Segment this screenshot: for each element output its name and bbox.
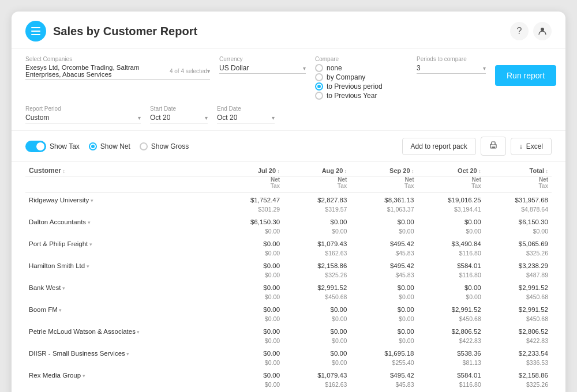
compare-filter: Compare none by Company to Previous peri… xyxy=(315,56,407,100)
compare-prev-period-radio[interactable] xyxy=(315,82,323,91)
end-date-select[interactable]: Oct 20 ▾ xyxy=(217,114,275,123)
report-period-select[interactable]: Custom ▾ xyxy=(25,114,141,123)
companies-select[interactable]: Exesys Ltd, Orcombe Trading, Saltram Ent… xyxy=(25,64,210,80)
customer-name[interactable]: Dalton Accountants xyxy=(25,215,223,227)
table-body: Ridgeway University $1,752.47 $2,827.83 … xyxy=(25,193,552,393)
customer-name[interactable]: Boom FM xyxy=(25,303,223,314)
compare-label: Compare xyxy=(315,56,407,62)
aug20-tax: $0.00 xyxy=(283,358,350,368)
subheader-oct20: NetTax xyxy=(418,176,485,193)
show-tax-switch[interactable] xyxy=(25,141,46,152)
col-sep20[interactable]: Sep 20 xyxy=(350,162,417,176)
aug20-tax: $162.63 xyxy=(283,248,350,259)
oct20-net: $3,490.84 xyxy=(418,237,485,248)
header-icons: ? xyxy=(510,22,552,40)
customer-name[interactable]: Hamilton Smith Ltd xyxy=(25,259,223,270)
show-tax-label: Show Tax xyxy=(50,142,80,150)
jul20-tax: $0.00 xyxy=(223,248,284,259)
subheader-jul20: NetTax xyxy=(223,176,284,193)
help-button[interactable]: ? xyxy=(510,22,529,40)
compare-previous-period[interactable]: to Previous period xyxy=(315,82,407,91)
table-row: Bank West $0.00 $2,991.52 $0.00 $0.00 $2… xyxy=(25,281,552,292)
excel-button[interactable]: ↓ Excel xyxy=(511,138,552,155)
aug20-net: $0.00 xyxy=(283,215,350,227)
total-net: $3,238.29 xyxy=(485,259,552,270)
table-row-tax: $0.00 $0.00 $0.00 $422.83 $422.83 xyxy=(25,336,552,346)
col-aug20[interactable]: Aug 20 xyxy=(283,162,350,176)
aug20-net: $2,827.83 xyxy=(283,193,350,205)
aug20-tax: $450.68 xyxy=(283,292,350,303)
show-gross-radio[interactable] xyxy=(140,142,148,150)
excel-label: Excel xyxy=(526,142,543,150)
jul20-net: $0.00 xyxy=(223,368,284,380)
show-net-radio[interactable] xyxy=(89,142,97,150)
total-net: $5,065.69 xyxy=(485,237,552,248)
show-tax-toggle[interactable]: Show Tax xyxy=(25,141,80,152)
menu-icon[interactable] xyxy=(25,21,46,42)
sep20-tax: $255.40 xyxy=(350,358,417,368)
svg-point-0 xyxy=(541,28,544,31)
total-tax: $487.89 xyxy=(485,270,552,281)
excel-download-icon: ↓ xyxy=(519,142,523,150)
action-buttons: Add to report pack ↓ Excel xyxy=(402,137,552,156)
oct20-tax: $3,194.41 xyxy=(418,205,485,215)
total-tax: $450.68 xyxy=(485,314,552,325)
col-total[interactable]: Total xyxy=(485,162,552,176)
customer-name[interactable]: DIISR - Small Business Services xyxy=(25,346,223,358)
oct20-tax: $0.00 xyxy=(418,227,485,237)
sep20-net: $0.00 xyxy=(350,215,417,227)
currency-value: US Dollar xyxy=(219,64,249,72)
compare-previous-year[interactable]: to Previous Year xyxy=(315,92,407,100)
print-button[interactable] xyxy=(481,137,506,156)
table-row-tax: $0.00 $162.63 $45.83 $116.80 $325.26 xyxy=(25,248,552,259)
user-button[interactable] xyxy=(533,22,552,40)
oct20-net: $0.00 xyxy=(418,281,485,292)
show-gross-toggle[interactable]: Show Gross xyxy=(140,142,189,150)
jul20-net: $0.00 xyxy=(223,237,284,248)
start-date-arrow-icon: ▾ xyxy=(205,115,208,121)
sep20-tax: $45.83 xyxy=(350,380,417,390)
customer-name[interactable]: Bank West xyxy=(25,281,223,292)
table-row-tax: $0.00 $0.00 $0.00 $0.00 $0.00 xyxy=(25,227,552,237)
table-header-row: Customer Jul 20 Aug 20 Sep 20 Oct 20 Tot… xyxy=(25,162,552,176)
total-tax: $4,878.64 xyxy=(485,205,552,215)
header: Sales by Customer Report ? xyxy=(12,12,565,49)
compare-by-company[interactable]: by Company xyxy=(315,73,407,81)
run-report-button[interactable]: Run report xyxy=(495,65,556,86)
aug20-net: $0.00 xyxy=(283,325,350,336)
sep20-net: $1,695.18 xyxy=(350,346,417,358)
oct20-tax: $116.80 xyxy=(418,380,485,390)
periods-value: 3 xyxy=(417,64,421,72)
total-net: $2,991.52 xyxy=(485,281,552,292)
add-report-pack-button[interactable]: Add to report pack xyxy=(402,138,476,155)
col-customer[interactable]: Customer xyxy=(25,162,223,176)
start-date-select[interactable]: Oct 20 ▾ xyxy=(150,114,208,123)
total-net: $2,158.86 xyxy=(485,368,552,380)
customer-name[interactable]: Petrie McLoud Watson & Associates xyxy=(25,325,223,336)
col-oct20[interactable]: Oct 20 xyxy=(418,162,485,176)
sep20-tax: $0.00 xyxy=(350,336,417,346)
periods-select[interactable]: 3 ▾ xyxy=(417,64,486,74)
companies-count: 4 of 4 selected xyxy=(170,68,207,74)
compare-none[interactable]: none xyxy=(315,64,407,72)
compare-company-radio[interactable] xyxy=(315,73,323,81)
sep20-net: $0.00 xyxy=(350,281,417,292)
customer-name[interactable]: Ridgeway University xyxy=(25,193,223,205)
customer-name[interactable]: Rex Media Group xyxy=(25,368,223,380)
aug20-tax: $325.26 xyxy=(283,270,350,281)
customer-name[interactable]: Port & Philip Freight xyxy=(25,237,223,248)
compare-none-radio[interactable] xyxy=(315,64,323,72)
sep20-tax: $45.83 xyxy=(350,270,417,281)
end-date-filter: End Date Oct 20 ▾ xyxy=(217,105,275,123)
filter-row-2: Report Period Custom ▾ Start Date Oct 20… xyxy=(25,105,552,123)
aug20-net: $2,158.86 xyxy=(283,259,350,270)
compare-prev-year-radio[interactable] xyxy=(315,92,323,100)
show-net-toggle[interactable]: Show Net xyxy=(89,142,130,150)
total-tax: $325.26 xyxy=(485,380,552,390)
jul20-tax: $0.00 xyxy=(223,358,284,368)
col-jul20[interactable]: Jul 20 xyxy=(223,162,284,176)
oct20-net: $0.00 xyxy=(418,215,485,227)
table-row-tax: $301.29 $319.57 $1,063.37 $3,194.41 $4,8… xyxy=(25,205,552,215)
filters-section: Select Companies Exesys Ltd, Orcombe Tra… xyxy=(12,49,565,131)
currency-select[interactable]: US Dollar ▾ xyxy=(219,64,306,74)
